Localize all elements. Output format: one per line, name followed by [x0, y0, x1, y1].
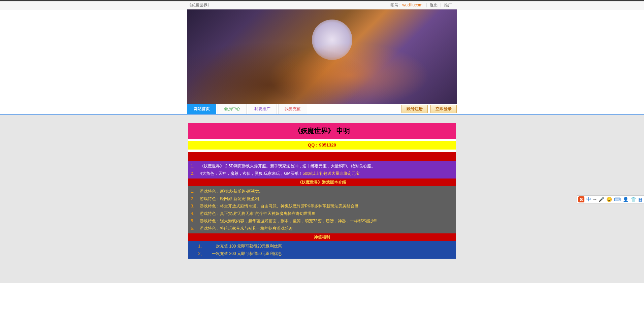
login-button[interactable]: 立即登录: [430, 105, 457, 113]
ime-person-icon[interactable]: 👤: [623, 197, 629, 202]
separator: |: [454, 3, 455, 7]
list-number: 2、: [191, 171, 197, 176]
page-body: 《妖魔世界》 申明 QQ：9851320 1、《妖魔世界》 2.5D网页游戏火爆…: [0, 115, 644, 283]
hero-banner-image: [187, 9, 457, 104]
recharge-block: 1、一次充值 100 元即可获得20元返利优惠 2、一次充值 200 元即可获得…: [188, 241, 456, 259]
username: wudiliucom: [402, 3, 422, 7]
list-number: 2、: [191, 196, 197, 201]
nav-right: 账号注册 立即登录: [401, 104, 457, 114]
version-section-title: 《妖魔世界》游戏版本介绍: [188, 179, 456, 186]
list-number: 3、: [191, 204, 197, 208]
feature-text: 游戏特色：将全开放式剧情奇遇、自由习武、神鬼妖魔阵营PK等多种革新玩法完美结合!…: [200, 204, 358, 208]
separator: |: [440, 3, 441, 7]
recharge-text: 一次充值 100 元即可获得20元返利优惠: [212, 244, 282, 249]
intro-text-2a: 4大角色：天神，魔尊，玄仙，灵狐.玩家来玩，GM买单！: [200, 171, 302, 176]
ime-emoji-icon[interactable]: 😊: [606, 197, 612, 202]
recharge-text: 一次充值 200 元即可获得50元返利优惠: [212, 251, 282, 256]
recharge-row: 2、一次充值 200 元即可获得50元返利优惠: [198, 250, 446, 257]
list-number: 2、: [198, 251, 205, 256]
intro-block: 1、《妖魔世界》 2.5D网页游戏火爆开服。新手玩家送首冲，送非绑定元宝，大量铜…: [188, 161, 456, 179]
feature-row: 2、游戏特色：轻网游-新萌宠-微盈利。: [191, 195, 453, 202]
separator: |: [426, 3, 427, 7]
feature-row: 6、游戏特色：将给玩家带来与别具一格的畅爽游戏乐趣: [191, 225, 453, 232]
ime-keyboard-icon[interactable]: ⌨: [614, 197, 621, 202]
intro-text-2b: 50级以上礼包送大量非绑定元宝: [303, 171, 360, 176]
ime-skin-icon[interactable]: 👕: [631, 197, 636, 202]
list-number: 4、: [191, 211, 197, 216]
feature-row: 5、游戏特色：强大游戏内容，超华丽游戏画面，副本，坐骑，萌宠72变，翅膀，神器，…: [191, 217, 453, 225]
recharge-row: 1、一次充值 100 元即可获得20元返利优惠: [198, 242, 446, 250]
ime-toolbox-icon[interactable]: ▦: [638, 197, 643, 202]
top-bar: 《妖魔世界》 账号:wudiliucom | 退出 | 推广 |: [0, 1, 644, 9]
ime-punct-icon[interactable]: ••: [593, 197, 597, 202]
site-title: 《妖魔世界》: [187, 2, 212, 8]
logout-link[interactable]: 退出: [430, 3, 438, 7]
feature-row: 4、游戏特色：真正实现"无拘无束"的个性天神妖魔鬼怪在奇幻世界!!!: [191, 210, 453, 217]
list-number: 5、: [191, 219, 197, 223]
feature-text: 游戏特色：新模式-新乐趣-新视觉。: [200, 189, 263, 194]
promote-link[interactable]: 推广: [444, 3, 452, 7]
red-spacer: [188, 152, 456, 161]
main-title: 《妖魔世界》 申明: [188, 123, 456, 139]
banner-container: [187, 9, 457, 104]
account-label: 账号:: [390, 3, 399, 7]
list-number: 1、: [191, 189, 197, 194]
feature-text: 游戏特色：将给玩家带来与别具一格的畅爽游戏乐趣: [200, 226, 293, 231]
nav-recharge[interactable]: 我要充值: [278, 104, 307, 114]
sogou-icon[interactable]: S: [578, 196, 584, 202]
ime-toolbar[interactable]: S 中 •• 🎤 😊 ⌨ 👤 👕 ▦: [577, 195, 644, 203]
register-button[interactable]: 账号注册: [401, 105, 428, 113]
feature-text: 游戏特色：真正实现"无拘无束"的个性天神妖魔鬼怪在奇幻世界!!!: [200, 211, 315, 216]
feature-row: 1、游戏特色：新模式-新乐趣-新视觉。: [191, 188, 453, 195]
list-number: 6、: [191, 226, 197, 231]
feature-text: 游戏特色：轻网游-新萌宠-微盈利。: [200, 196, 263, 201]
intro-row-1: 1、《妖魔世界》 2.5D网页游戏火爆开服。新手玩家送首冲，送非绑定元宝，大量铜…: [191, 162, 453, 170]
list-number: 1、: [198, 244, 205, 249]
list-number: 1、: [191, 164, 197, 168]
nav-left: 网站首页 会员中心 我要推广 我要充值: [187, 104, 309, 114]
intro-text-1: 《妖魔世界》 2.5D网页游戏火爆开服。新手玩家送首冲，送非绑定元宝，大量铜币。…: [200, 164, 375, 168]
nav-promote[interactable]: 我要推广: [248, 104, 277, 114]
navbar-container: 网站首页 会员中心 我要推广 我要充值 账号注册 立即登录: [0, 104, 644, 115]
nav-member[interactable]: 会员中心: [218, 104, 247, 114]
feature-row: 3、游戏特色：将全开放式剧情奇遇、自由习武、神鬼妖魔阵营PK等多种革新玩法完美结…: [191, 202, 453, 210]
nav-home[interactable]: 网站首页: [187, 104, 216, 114]
top-bar-right: 账号:wudiliucom | 退出 | 推广 |: [389, 2, 457, 8]
features-block: 1、游戏特色：新模式-新乐趣-新视觉。 2、游戏特色：轻网游-新萌宠-微盈利。 …: [188, 186, 456, 233]
intro-row-2: 2、4大角色：天神，魔尊，玄仙，灵狐.玩家来玩，GM买单！50级以上礼包送大量非…: [191, 170, 453, 177]
ime-mic-icon[interactable]: 🎤: [599, 197, 604, 202]
content-panel: 《妖魔世界》 申明 QQ：9851320 1、《妖魔世界》 2.5D网页游戏火爆…: [188, 123, 456, 259]
feature-text: 游戏特色：强大游戏内容，超华丽游戏画面，副本，坐骑，萌宠72变，翅膀，神器，一样…: [200, 219, 377, 223]
qq-contact: QQ：9851320: [188, 141, 456, 150]
ime-lang[interactable]: 中: [586, 196, 591, 202]
recharge-section-title: 冲值福利: [188, 233, 456, 241]
